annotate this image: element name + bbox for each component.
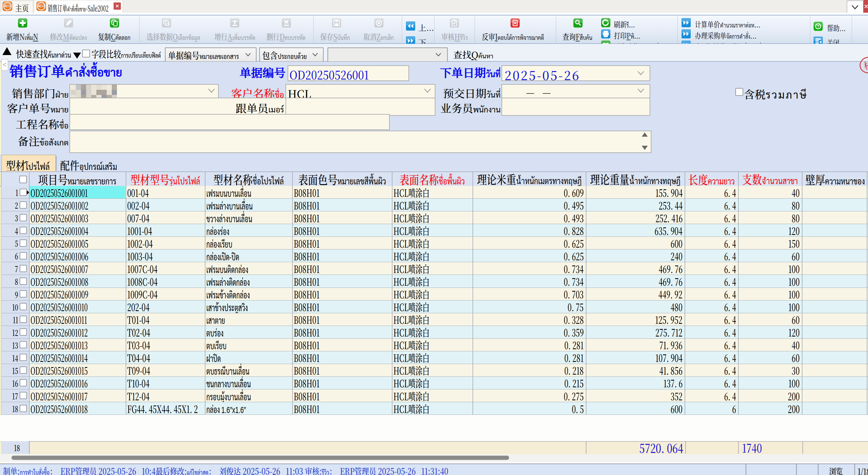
svg-text:ALU: ALU [37,4,45,8]
svg-text:?: ? [817,24,819,29]
svg-text:ALU: ALU [4,4,11,8]
